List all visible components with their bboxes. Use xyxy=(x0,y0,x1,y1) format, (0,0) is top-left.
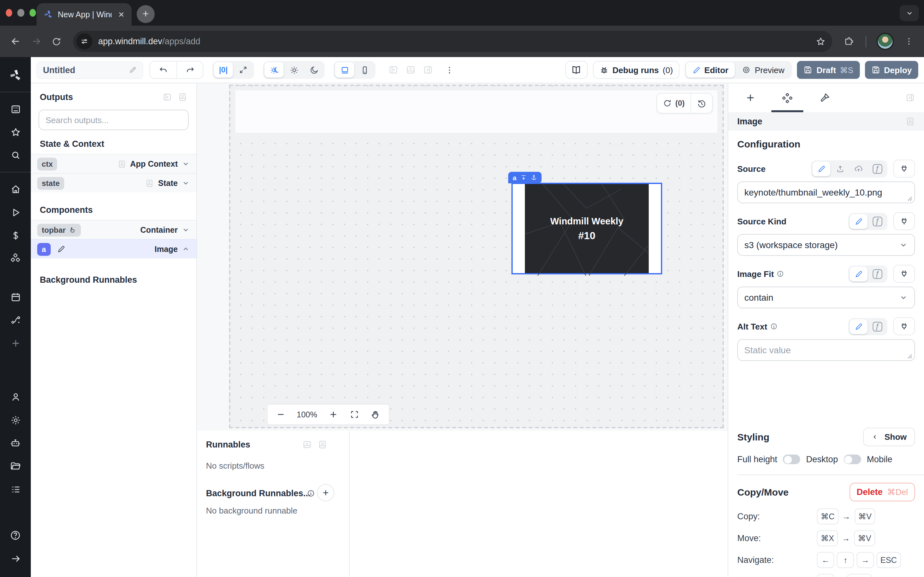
sidebar-item-resources[interactable] xyxy=(0,247,31,270)
window-controls[interactable] xyxy=(0,0,36,26)
connect-output-button[interactable] xyxy=(893,160,915,177)
toggle-right-panel-icon[interactable] xyxy=(423,65,433,75)
profile-avatar[interactable] xyxy=(877,33,894,50)
s3-upload-mode-button[interactable] xyxy=(850,161,867,176)
debug-runs-button[interactable]: Debug runs (0) xyxy=(593,61,679,79)
theme-auto-button[interactable] xyxy=(264,62,284,77)
tab-search-button[interactable] xyxy=(900,5,919,21)
chevron-up-icon[interactable] xyxy=(182,245,190,253)
expression-mode-button[interactable]: ƒ xyxy=(868,161,886,176)
zoom-out-button[interactable] xyxy=(276,410,286,419)
source-kind-select[interactable]: s3 (workspace storage) xyxy=(737,234,915,256)
theme-light-button[interactable] xyxy=(284,62,304,77)
extensions-icon[interactable] xyxy=(844,36,854,47)
outputs-doc-icon[interactable] xyxy=(178,92,187,102)
pan-tool-button[interactable] xyxy=(370,409,381,420)
center-canvas-button[interactable]: |0| xyxy=(214,62,233,77)
fullscreen-canvas-button[interactable] xyxy=(234,62,253,77)
full-height-mobile-toggle[interactable] xyxy=(844,455,861,464)
anchor-icon[interactable] xyxy=(531,174,537,181)
connect-output-button[interactable] xyxy=(893,318,915,335)
deploy-button[interactable]: Deploy xyxy=(865,61,918,79)
sidebar-item-settings[interactable] xyxy=(0,408,31,432)
more-options-icon[interactable] xyxy=(445,65,454,75)
static-mode-button[interactable] xyxy=(850,214,867,229)
edit-component-id-icon[interactable] xyxy=(54,243,68,255)
sidebar-item-apps[interactable] xyxy=(0,97,31,121)
sidebar-item-runs[interactable] xyxy=(0,201,31,224)
maximize-window-button[interactable] xyxy=(29,9,36,17)
selected-component-toolbar[interactable]: a xyxy=(508,172,541,183)
canvas-grid[interactable]: (0) a xyxy=(229,85,724,428)
sidebar-item-favorites[interactable] xyxy=(0,121,31,143)
source-value-input[interactable] xyxy=(744,187,908,197)
chevron-down-icon[interactable] xyxy=(182,160,190,168)
edit-title-icon[interactable] xyxy=(129,66,137,74)
browser-tab[interactable]: New App | Windmill ✕ xyxy=(37,3,132,26)
close-tab-icon[interactable]: ✕ xyxy=(116,9,126,19)
doc-icon[interactable] xyxy=(905,117,915,126)
new-tab-button[interactable]: + xyxy=(137,5,155,23)
sidebar-expand-icon[interactable] xyxy=(0,547,31,570)
static-mode-button[interactable] xyxy=(813,161,830,176)
image-component[interactable]: Windmill Weekly #10 xyxy=(511,183,662,274)
show-styling-button[interactable]: Show xyxy=(863,428,915,446)
full-height-desktop-toggle[interactable] xyxy=(783,455,800,464)
collapse-inspector-icon[interactable] xyxy=(905,93,915,103)
expression-mode-button[interactable]: ƒ xyxy=(868,214,886,229)
expand-component-icon[interactable] xyxy=(520,174,527,181)
delete-component-button[interactable]: Delete ⌘Del xyxy=(850,483,915,501)
refresh-components-button[interactable]: (0) xyxy=(657,93,690,113)
redo-button[interactable] xyxy=(176,61,203,78)
address-bar[interactable]: app.windmill.dev/apps/add xyxy=(73,31,832,52)
collapse-outputs-icon[interactable] xyxy=(162,92,172,102)
toggle-bottom-panel-icon[interactable] xyxy=(405,65,416,75)
resize-handle[interactable] xyxy=(907,196,913,201)
tab-preview[interactable]: Preview xyxy=(735,62,791,77)
sidebar-item-folders[interactable] xyxy=(0,455,31,478)
runnables-doc-icon[interactable] xyxy=(318,440,327,450)
component-row-a-selected[interactable]: a Image xyxy=(31,239,196,258)
sidebar-item-triggers[interactable] xyxy=(0,308,31,332)
bookmark-icon[interactable] xyxy=(816,36,826,47)
minimize-window-button[interactable] xyxy=(18,9,24,17)
output-row-ctx[interactable]: ctx App Context xyxy=(31,154,196,173)
connect-output-button[interactable] xyxy=(893,265,915,283)
tab-component-settings[interactable] xyxy=(771,83,804,112)
search-outputs-input[interactable] xyxy=(39,110,189,130)
alt-text-input[interactable] xyxy=(744,345,908,355)
tab-insert-component[interactable] xyxy=(733,83,767,112)
collapse-runnables-icon[interactable] xyxy=(302,440,312,450)
expression-mode-button[interactable]: ƒ xyxy=(868,319,886,334)
windmill-logo[interactable] xyxy=(0,63,31,87)
connect-output-button[interactable] xyxy=(893,212,915,230)
zoom-in-button[interactable] xyxy=(328,410,338,419)
undo-button[interactable] xyxy=(150,61,176,78)
state-badge[interactable]: state xyxy=(37,177,64,189)
canvas[interactable]: (0) a xyxy=(197,83,728,431)
expression-mode-button[interactable]: ƒ xyxy=(868,266,886,281)
image-fit-select[interactable]: contain xyxy=(737,287,915,308)
upload-mode-button[interactable] xyxy=(831,161,849,176)
sidebar-item-search[interactable] xyxy=(0,143,31,167)
docs-button[interactable] xyxy=(565,61,588,79)
sidebar-item-home[interactable] xyxy=(0,177,31,201)
resize-handle[interactable] xyxy=(907,354,913,359)
sidebar-item-more[interactable] xyxy=(0,332,31,355)
desktop-view-button[interactable] xyxy=(335,62,354,77)
app-title-field[interactable]: Untitled xyxy=(37,61,143,79)
runs-history-button[interactable] xyxy=(690,93,712,113)
chevron-down-icon[interactable] xyxy=(182,179,190,187)
sidebar-item-logs[interactable] xyxy=(0,478,31,501)
sidebar-item-workers[interactable] xyxy=(0,432,31,455)
source-value-field[interactable] xyxy=(737,181,915,203)
static-mode-button[interactable] xyxy=(850,266,867,281)
sidebar-item-help[interactable] xyxy=(0,524,31,547)
site-settings-icon[interactable] xyxy=(76,33,92,49)
draft-button[interactable]: Draft ⌘S xyxy=(797,61,859,79)
topbar-badge[interactable]: topbar xyxy=(37,223,81,236)
component-row-topbar[interactable]: topbar Container xyxy=(31,220,196,239)
tab-editor[interactable]: Editor xyxy=(686,62,735,77)
add-background-runnable-button[interactable]: + xyxy=(317,484,334,501)
browser-menu-icon[interactable] xyxy=(904,37,914,46)
